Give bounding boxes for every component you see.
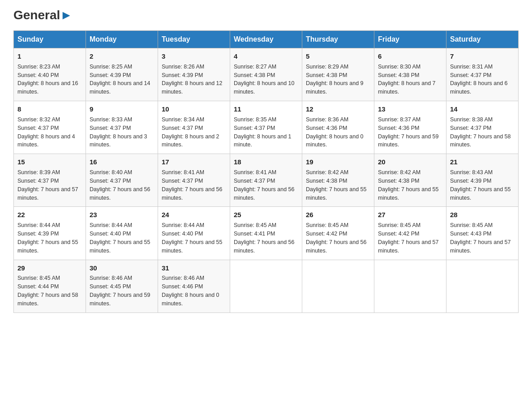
- day-number: 6: [378, 51, 442, 61]
- calendar-cell: 19Sunrise: 8:42 AMSunset: 4:38 PMDayligh…: [302, 154, 374, 207]
- day-number: 1: [17, 51, 82, 61]
- day-number: 2: [90, 51, 154, 61]
- calendar-cell: 25Sunrise: 8:45 AMSunset: 4:41 PMDayligh…: [230, 207, 302, 260]
- day-number: 10: [162, 104, 226, 114]
- calendar-cell: 5Sunrise: 8:29 AMSunset: 4:38 PMDaylight…: [302, 48, 374, 101]
- calendar-cell: 14Sunrise: 8:38 AMSunset: 4:37 PMDayligh…: [446, 101, 519, 154]
- calendar-cell: 16Sunrise: 8:40 AMSunset: 4:37 PMDayligh…: [86, 154, 158, 207]
- header-saturday: Saturday: [446, 31, 519, 48]
- day-number: 9: [90, 104, 154, 114]
- day-number: 23: [90, 210, 154, 220]
- day-info: Sunrise: 8:44 AMSunset: 4:40 PMDaylight:…: [162, 222, 223, 254]
- calendar-cell: 26Sunrise: 8:45 AMSunset: 4:42 PMDayligh…: [302, 207, 374, 260]
- day-info: Sunrise: 8:31 AMSunset: 4:37 PMDaylight:…: [450, 64, 508, 95]
- day-info: Sunrise: 8:45 AMSunset: 4:42 PMDaylight:…: [306, 222, 367, 254]
- day-info: Sunrise: 8:44 AMSunset: 4:40 PMDaylight:…: [90, 222, 150, 254]
- calendar-cell: 2Sunrise: 8:25 AMSunset: 4:39 PMDaylight…: [86, 48, 158, 101]
- day-number: 5: [306, 51, 370, 61]
- logo-general-text: General►: [13, 9, 73, 21]
- day-number: 27: [378, 210, 442, 220]
- calendar-cell: 29Sunrise: 8:45 AMSunset: 4:44 PMDayligh…: [14, 260, 86, 313]
- day-info: Sunrise: 8:23 AMSunset: 4:40 PMDaylight:…: [17, 64, 78, 95]
- day-info: Sunrise: 8:42 AMSunset: 4:38 PMDaylight:…: [306, 169, 367, 201]
- day-info: Sunrise: 8:38 AMSunset: 4:37 PMDaylight:…: [450, 116, 511, 148]
- page-header: General►: [13, 9, 519, 22]
- day-info: Sunrise: 8:44 AMSunset: 4:39 PMDaylight:…: [17, 222, 78, 254]
- day-number: 20: [378, 157, 442, 167]
- day-number: 12: [306, 104, 370, 114]
- calendar-cell: 15Sunrise: 8:39 AMSunset: 4:37 PMDayligh…: [14, 154, 86, 207]
- day-number: 17: [162, 157, 226, 167]
- day-info: Sunrise: 8:45 AMSunset: 4:41 PMDaylight:…: [234, 222, 295, 254]
- day-number: 8: [17, 104, 82, 114]
- header-tuesday: Tuesday: [158, 31, 230, 48]
- day-number: 7: [450, 51, 515, 61]
- day-number: 22: [17, 210, 82, 220]
- logo: General►: [13, 9, 73, 22]
- calendar-cell: 12Sunrise: 8:36 AMSunset: 4:36 PMDayligh…: [302, 101, 374, 154]
- calendar-cell: 11Sunrise: 8:35 AMSunset: 4:37 PMDayligh…: [230, 101, 302, 154]
- day-info: Sunrise: 8:45 AMSunset: 4:44 PMDaylight:…: [17, 275, 78, 307]
- day-number: 18: [234, 157, 298, 167]
- day-info: Sunrise: 8:43 AMSunset: 4:39 PMDaylight:…: [450, 169, 511, 201]
- calendar-cell: 30Sunrise: 8:46 AMSunset: 4:45 PMDayligh…: [86, 260, 158, 313]
- calendar-cell: 3Sunrise: 8:26 AMSunset: 4:39 PMDaylight…: [158, 48, 230, 101]
- calendar-cell: 27Sunrise: 8:45 AMSunset: 4:42 PMDayligh…: [374, 207, 446, 260]
- calendar-cell: [230, 260, 302, 313]
- calendar-cell: 22Sunrise: 8:44 AMSunset: 4:39 PMDayligh…: [14, 207, 86, 260]
- day-info: Sunrise: 8:42 AMSunset: 4:38 PMDaylight:…: [378, 169, 439, 201]
- day-number: 30: [90, 263, 154, 273]
- header-thursday: Thursday: [302, 31, 374, 48]
- day-info: Sunrise: 8:35 AMSunset: 4:37 PMDaylight:…: [234, 116, 292, 148]
- day-info: Sunrise: 8:40 AMSunset: 4:37 PMDaylight:…: [90, 169, 150, 201]
- day-info: Sunrise: 8:45 AMSunset: 4:43 PMDaylight:…: [450, 222, 511, 254]
- day-number: 31: [162, 263, 226, 273]
- calendar-header-row: SundayMondayTuesdayWednesdayThursdayFrid…: [14, 31, 519, 48]
- header-friday: Friday: [374, 31, 446, 48]
- day-number: 24: [162, 210, 226, 220]
- header-sunday: Sunday: [14, 31, 86, 48]
- header-wednesday: Wednesday: [230, 31, 302, 48]
- day-info: Sunrise: 8:46 AMSunset: 4:46 PMDaylight:…: [162, 275, 219, 307]
- day-info: Sunrise: 8:41 AMSunset: 4:37 PMDaylight:…: [234, 169, 295, 201]
- logo-arrow-icon: ►: [60, 8, 73, 22]
- day-info: Sunrise: 8:39 AMSunset: 4:37 PMDaylight:…: [17, 169, 78, 201]
- day-number: 14: [450, 104, 515, 114]
- calendar-cell: 13Sunrise: 8:37 AMSunset: 4:36 PMDayligh…: [374, 101, 446, 154]
- calendar-cell: 28Sunrise: 8:45 AMSunset: 4:43 PMDayligh…: [446, 207, 519, 260]
- day-number: 15: [17, 157, 82, 167]
- day-number: 21: [450, 157, 515, 167]
- calendar-cell: 31Sunrise: 8:46 AMSunset: 4:46 PMDayligh…: [158, 260, 230, 313]
- calendar-cell: 10Sunrise: 8:34 AMSunset: 4:37 PMDayligh…: [158, 101, 230, 154]
- day-number: 28: [450, 210, 515, 220]
- day-number: 16: [90, 157, 154, 167]
- calendar-cell: 9Sunrise: 8:33 AMSunset: 4:37 PMDaylight…: [86, 101, 158, 154]
- week-row-1: 1Sunrise: 8:23 AMSunset: 4:40 PMDaylight…: [14, 48, 519, 101]
- day-number: 13: [378, 104, 442, 114]
- day-info: Sunrise: 8:27 AMSunset: 4:38 PMDaylight:…: [234, 64, 295, 95]
- day-number: 4: [234, 51, 298, 61]
- calendar-cell: [374, 260, 446, 313]
- day-info: Sunrise: 8:30 AMSunset: 4:38 PMDaylight:…: [378, 64, 436, 95]
- calendar-cell: 21Sunrise: 8:43 AMSunset: 4:39 PMDayligh…: [446, 154, 519, 207]
- day-info: Sunrise: 8:36 AMSunset: 4:36 PMDaylight:…: [306, 116, 364, 148]
- calendar-cell: 20Sunrise: 8:42 AMSunset: 4:38 PMDayligh…: [374, 154, 446, 207]
- calendar-cell: 1Sunrise: 8:23 AMSunset: 4:40 PMDaylight…: [14, 48, 86, 101]
- week-row-5: 29Sunrise: 8:45 AMSunset: 4:44 PMDayligh…: [14, 260, 519, 313]
- header-monday: Monday: [86, 31, 158, 48]
- day-info: Sunrise: 8:45 AMSunset: 4:42 PMDaylight:…: [378, 222, 439, 254]
- day-number: 26: [306, 210, 370, 220]
- calendar-cell: 24Sunrise: 8:44 AMSunset: 4:40 PMDayligh…: [158, 207, 230, 260]
- day-number: 11: [234, 104, 298, 114]
- day-info: Sunrise: 8:25 AMSunset: 4:39 PMDaylight:…: [90, 64, 150, 95]
- calendar-cell: 8Sunrise: 8:32 AMSunset: 4:37 PMDaylight…: [14, 101, 86, 154]
- day-info: Sunrise: 8:29 AMSunset: 4:38 PMDaylight:…: [306, 64, 364, 95]
- day-number: 3: [162, 51, 226, 61]
- calendar-cell: 23Sunrise: 8:44 AMSunset: 4:40 PMDayligh…: [86, 207, 158, 260]
- day-number: 25: [234, 210, 298, 220]
- calendar-table: SundayMondayTuesdayWednesdayThursdayFrid…: [13, 30, 519, 313]
- day-info: Sunrise: 8:37 AMSunset: 4:36 PMDaylight:…: [378, 116, 439, 148]
- week-row-3: 15Sunrise: 8:39 AMSunset: 4:37 PMDayligh…: [14, 154, 519, 207]
- day-info: Sunrise: 8:26 AMSunset: 4:39 PMDaylight:…: [162, 64, 223, 95]
- calendar-cell: [446, 260, 519, 313]
